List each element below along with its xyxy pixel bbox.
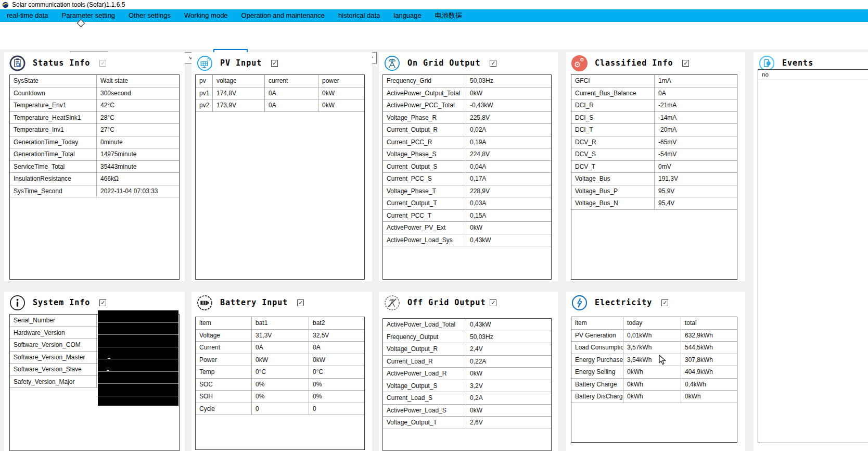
table-cell: 0A <box>265 99 318 111</box>
pv-input-checkbox[interactable] <box>271 60 278 67</box>
table-cell: Voltage_Phase_T <box>383 185 466 197</box>
table-cell: Current_Output_S <box>383 161 466 173</box>
table-row: pvvoltagecurrentpower <box>196 75 364 87</box>
table-row: ActivePower_PCC_Total-0,43kW <box>383 99 551 112</box>
table-row: Energy Selling0kWh404,9kWh <box>571 366 737 379</box>
table-cell: 0,19A <box>466 136 551 148</box>
gear-icon: ⚙ <box>580 57 584 62</box>
table-cell: PV Generation <box>571 330 623 342</box>
table-row: Current_Output_R0,02A <box>383 124 551 136</box>
table-cell: SysState <box>10 75 97 87</box>
events-icon <box>759 55 775 71</box>
table-cell: 0A <box>309 342 364 354</box>
panel-on-grid-output: On Grid Output Frequency_Grid50,03HzActi… <box>379 52 558 281</box>
table-cell: power <box>318 75 364 87</box>
table-row: ActivePower_Output_Total0kW <box>383 87 551 100</box>
table-cell: Current_Bus_Balance <box>571 87 655 99</box>
table-row: Frequency_Grid50,03Hz <box>383 75 551 87</box>
table-cell: DCI_S <box>571 112 655 124</box>
table-cell: Hardware_Version <box>10 327 97 339</box>
menu-battery-data[interactable]: 电池数据 <box>428 9 469 22</box>
table-row: Current_Load_S0,2A <box>383 392 551 405</box>
table-cell: 0kWh <box>623 366 681 378</box>
battery-input-checkbox[interactable] <box>297 299 304 306</box>
table-row: ActivePower_Load_Total0,43kW <box>383 319 551 331</box>
battery-input-header: Battery Input <box>197 293 304 312</box>
classified-info-checkbox[interactable] <box>682 60 689 67</box>
table-cell: Current_PCC_R <box>383 136 466 148</box>
table-cell: 14975minute <box>97 148 179 160</box>
redaction-box <box>98 310 178 406</box>
table-cell: 2,4V <box>466 343 551 355</box>
panel-electricity: Electricity itemtodaytotalPV Generation0… <box>566 292 745 451</box>
table-cell: Current_Output_T <box>383 197 466 209</box>
table-cell: pv1 <box>196 87 213 99</box>
table-cell: 0A <box>265 87 318 99</box>
status-info-table: SysStateWait stateCountdown300secondTemp… <box>9 74 180 280</box>
electricity-checkbox[interactable] <box>661 299 668 306</box>
table-row: Voltage_Phase_T228,9V <box>383 185 551 198</box>
table-cell: Serial_Number <box>10 315 97 327</box>
table-row: no <box>758 70 868 80</box>
table-row: Temperature_Inv127°C <box>10 124 179 136</box>
table-cell: 0minute <box>97 136 179 148</box>
electricity-icon <box>571 295 588 311</box>
menu-operation-maintenance[interactable]: Operation and maintenance <box>235 9 331 22</box>
status-info-checkbox[interactable] <box>99 60 106 67</box>
table-cell: Current_Load_R <box>383 356 466 368</box>
table-cell: voltage <box>213 75 265 87</box>
table-cell: 544,5kWh <box>681 342 737 354</box>
table-row: Current_Output_T0,03A <box>383 197 551 210</box>
table-row: ServiceTime_Total35443minute <box>10 161 179 173</box>
table-row: Voltage_Bus191,3V <box>571 173 737 185</box>
menu-parameter-setting[interactable]: Parameter setting <box>55 9 122 22</box>
table-row: Voltage_Output_S3,2V <box>383 380 551 393</box>
status-info-header: Status Info <box>9 54 106 72</box>
table-cell: Energy Selling <box>571 366 623 378</box>
system-info-icon <box>9 295 25 311</box>
table-cell: 0kW <box>252 354 309 366</box>
table-cell: 3,2V <box>466 380 551 392</box>
redacted-dash <box>108 358 110 359</box>
table-cell: DCV_R <box>571 136 655 148</box>
off-grid-output-checkbox[interactable] <box>490 299 496 306</box>
table-row: itembat1bat2 <box>196 317 364 330</box>
menu-working-mode[interactable]: Working mode <box>177 9 235 22</box>
table-row: Voltage_Phase_S224,8V <box>383 148 551 161</box>
table-cell: no <box>758 70 868 80</box>
table-cell: today <box>623 317 681 329</box>
table-cell: 0,02A <box>466 124 551 136</box>
table-cell: ActivePower_PV_Ext <box>383 222 466 234</box>
table-cell: 0kWh <box>623 391 681 403</box>
table-cell: 0,15A <box>466 210 551 222</box>
table-cell: Current_PCC_S <box>383 173 466 185</box>
table-cell: 0kW <box>318 87 364 99</box>
menu-historical-data[interactable]: historical data <box>331 9 387 22</box>
menu-other-settings[interactable]: Other settings <box>122 9 177 22</box>
table-cell: 0kWh <box>681 391 737 403</box>
menu-real-time-data[interactable]: real-time data <box>0 9 55 22</box>
events-table: no <box>758 69 868 443</box>
table-cell: 0% <box>309 379 364 391</box>
table-cell: GFCI <box>571 75 655 87</box>
table-cell: 0mV <box>655 161 737 173</box>
battery-input-title: Battery Input <box>220 298 288 307</box>
table-row: ActivePower_Load_S0kW <box>383 405 551 417</box>
table-cell: Voltage_Output_T <box>383 417 466 429</box>
table-cell: -54mV <box>655 148 737 160</box>
system-info-checkbox[interactable] <box>99 299 106 306</box>
table-cell: 228,9V <box>466 185 551 197</box>
table-cell: 0,4kWh <box>681 379 737 391</box>
on-grid-output-table: Frequency_Grid50,03HzActivePower_Output_… <box>382 74 552 280</box>
table-cell: InsulationResistance <box>10 173 97 185</box>
table-cell: 0 <box>309 403 364 415</box>
table-cell: Energy Purchase <box>571 354 623 366</box>
table-cell: ActivePower_Load_Total <box>383 319 466 331</box>
table-row: Current_Load_R0,22A <box>383 356 551 368</box>
table-cell: ServiceTime_Total <box>10 161 97 173</box>
table-cell: -65mV <box>655 136 737 148</box>
on-grid-output-checkbox[interactable] <box>490 60 496 67</box>
status-info-title: Status Info <box>33 58 90 68</box>
table-row: SysTime_Second2022-11-04 07:03:33 <box>10 185 179 198</box>
menu-language[interactable]: language <box>387 9 428 22</box>
